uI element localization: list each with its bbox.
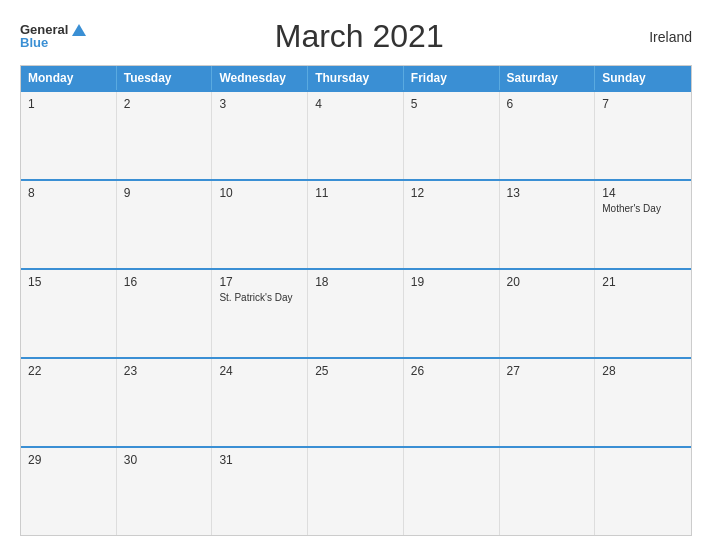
- calendar-cell: 29: [21, 448, 117, 535]
- calendar-cell: 28: [595, 359, 691, 446]
- day-number: 17: [219, 275, 300, 289]
- day-number: 6: [507, 97, 588, 111]
- calendar-cell: 14Mother's Day: [595, 181, 691, 268]
- calendar-cell: 5: [404, 92, 500, 179]
- calendar-cell: 3: [212, 92, 308, 179]
- day-number: 14: [602, 186, 684, 200]
- calendar-cell: 18: [308, 270, 404, 357]
- day-number: 10: [219, 186, 300, 200]
- week-1: 1234567: [21, 90, 691, 179]
- day-number: 25: [315, 364, 396, 378]
- holiday-label: Mother's Day: [602, 203, 684, 215]
- calendar-cell: 15: [21, 270, 117, 357]
- day-number: 3: [219, 97, 300, 111]
- day-number: 22: [28, 364, 109, 378]
- calendar-cell: 23: [117, 359, 213, 446]
- calendar-cell: 1: [21, 92, 117, 179]
- day-number: 23: [124, 364, 205, 378]
- logo-blue-text: Blue: [20, 36, 86, 50]
- calendar-cell: 24: [212, 359, 308, 446]
- week-3: 151617St. Patrick's Day18192021: [21, 268, 691, 357]
- header: General Blue March 2021 Ireland: [20, 18, 692, 55]
- calendar-cell: 11: [308, 181, 404, 268]
- calendar-header: Monday Tuesday Wednesday Thursday Friday…: [21, 66, 691, 90]
- calendar-body: 1234567891011121314Mother's Day151617St.…: [21, 90, 691, 535]
- calendar-cell: 7: [595, 92, 691, 179]
- day-number: 11: [315, 186, 396, 200]
- week-4: 22232425262728: [21, 357, 691, 446]
- calendar-cell: 27: [500, 359, 596, 446]
- calendar-cell: 21: [595, 270, 691, 357]
- day-number: 19: [411, 275, 492, 289]
- day-number: 28: [602, 364, 684, 378]
- day-number: 16: [124, 275, 205, 289]
- calendar-cell: 8: [21, 181, 117, 268]
- day-number: 27: [507, 364, 588, 378]
- calendar-cell: [500, 448, 596, 535]
- holiday-label: St. Patrick's Day: [219, 292, 300, 304]
- calendar-cell: 16: [117, 270, 213, 357]
- day-number: 8: [28, 186, 109, 200]
- calendar-cell: 26: [404, 359, 500, 446]
- day-number: 1: [28, 97, 109, 111]
- week-5: 293031: [21, 446, 691, 535]
- day-number: 4: [315, 97, 396, 111]
- day-number: 29: [28, 453, 109, 467]
- calendar-cell: [308, 448, 404, 535]
- calendar-cell: 10: [212, 181, 308, 268]
- day-number: 9: [124, 186, 205, 200]
- calendar-cell: 2: [117, 92, 213, 179]
- day-number: 13: [507, 186, 588, 200]
- calendar-cell: [595, 448, 691, 535]
- calendar-cell: 22: [21, 359, 117, 446]
- day-number: 7: [602, 97, 684, 111]
- day-number: 12: [411, 186, 492, 200]
- day-number: 5: [411, 97, 492, 111]
- day-number: 15: [28, 275, 109, 289]
- day-number: 31: [219, 453, 300, 467]
- day-number: 21: [602, 275, 684, 289]
- day-number: 20: [507, 275, 588, 289]
- calendar-cell: 20: [500, 270, 596, 357]
- calendar-title: March 2021: [86, 18, 632, 55]
- country-label: Ireland: [632, 29, 692, 45]
- header-monday: Monday: [21, 66, 117, 90]
- calendar-cell: 17St. Patrick's Day: [212, 270, 308, 357]
- calendar-cell: 6: [500, 92, 596, 179]
- calendar-cell: 19: [404, 270, 500, 357]
- week-2: 891011121314Mother's Day: [21, 179, 691, 268]
- calendar-cell: 4: [308, 92, 404, 179]
- day-number: 24: [219, 364, 300, 378]
- calendar-cell: 12: [404, 181, 500, 268]
- calendar: Monday Tuesday Wednesday Thursday Friday…: [20, 65, 692, 536]
- calendar-cell: 13: [500, 181, 596, 268]
- day-number: 26: [411, 364, 492, 378]
- calendar-cell: 25: [308, 359, 404, 446]
- header-tuesday: Tuesday: [117, 66, 213, 90]
- calendar-cell: [404, 448, 500, 535]
- day-number: 30: [124, 453, 205, 467]
- day-number: 18: [315, 275, 396, 289]
- header-thursday: Thursday: [308, 66, 404, 90]
- calendar-cell: 31: [212, 448, 308, 535]
- calendar-cell: 9: [117, 181, 213, 268]
- header-wednesday: Wednesday: [212, 66, 308, 90]
- calendar-cell: 30: [117, 448, 213, 535]
- header-sunday: Sunday: [595, 66, 691, 90]
- logo: General Blue: [20, 23, 86, 50]
- header-friday: Friday: [404, 66, 500, 90]
- day-number: 2: [124, 97, 205, 111]
- page: General Blue March 2021 Ireland Monday T…: [0, 0, 712, 550]
- header-saturday: Saturday: [500, 66, 596, 90]
